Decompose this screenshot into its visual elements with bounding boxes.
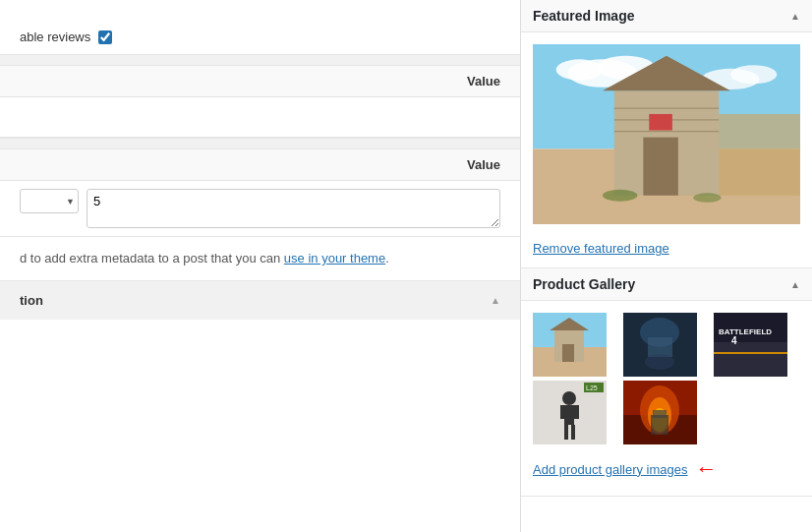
remove-featured-image-link[interactable]: Remove featured image xyxy=(533,241,669,256)
gallery-thumb-5[interactable] xyxy=(623,381,697,444)
svg-point-16 xyxy=(693,193,721,202)
bottom-section: tion ▲ xyxy=(0,280,520,320)
svg-rect-10 xyxy=(643,138,677,196)
svg-text:BATTLEFIELD: BATTLEFIELD xyxy=(719,327,772,336)
svg-point-25 xyxy=(645,354,674,370)
meta-text-after: . xyxy=(385,251,389,266)
add-gallery-row: Add product gallery images ← xyxy=(533,454,800,484)
add-product-gallery-images-link[interactable]: Add product gallery images xyxy=(533,462,688,477)
product-gallery-box: Product Gallery ▲ xyxy=(521,268,812,497)
value-textarea[interactable]: 5 xyxy=(87,189,500,228)
able-reviews-label: able reviews xyxy=(20,30,90,44)
svg-point-3 xyxy=(556,59,603,80)
svg-rect-35 xyxy=(560,405,565,419)
svg-rect-38 xyxy=(571,425,575,440)
left-panel: able reviews Value Value ▼ 5 d to add ex… xyxy=(0,0,521,532)
gallery-thumb-4[interactable]: L25 xyxy=(533,381,607,444)
svg-rect-47 xyxy=(653,410,667,418)
svg-rect-34 xyxy=(564,405,574,425)
featured-image-title: Featured Image xyxy=(533,8,634,24)
table-header-2: Value xyxy=(0,149,520,181)
svg-point-5 xyxy=(730,65,777,84)
svg-point-33 xyxy=(562,391,576,405)
svg-rect-24 xyxy=(648,337,672,357)
svg-rect-37 xyxy=(564,425,568,440)
gallery-grid: BATTLEFIELD 4 xyxy=(533,313,800,444)
featured-image-box: Featured Image ▲ xyxy=(521,0,812,268)
product-gallery-content: BATTLEFIELD 4 xyxy=(521,301,812,496)
meta-text-before: d to add extra metadata to a post that y… xyxy=(20,251,284,266)
featured-image-collapse-icon[interactable]: ▲ xyxy=(790,11,800,22)
table-body-1 xyxy=(0,97,520,137)
bottom-title: tion xyxy=(20,293,43,308)
checkbox-row: able reviews xyxy=(0,20,520,54)
bottom-collapse-arrow-icon[interactable]: ▲ xyxy=(491,295,500,306)
table-header-1: Value xyxy=(0,66,520,97)
type-select[interactable] xyxy=(20,189,79,213)
featured-image-svg xyxy=(533,44,800,224)
gallery-thumb-3[interactable]: BATTLEFIELD 4 xyxy=(714,313,787,377)
use-in-theme-link[interactable]: use in your theme xyxy=(284,251,385,266)
svg-rect-31 xyxy=(714,352,787,354)
select-wrapper: ▼ xyxy=(20,189,79,213)
product-gallery-collapse-icon[interactable]: ▲ xyxy=(790,279,800,290)
red-arrow-icon: ← xyxy=(696,458,718,480)
gallery-thumb-1[interactable] xyxy=(533,313,607,377)
svg-text:L25: L25 xyxy=(586,384,598,391)
divider1 xyxy=(0,54,520,66)
featured-image-content: Remove featured image xyxy=(521,32,812,267)
featured-image-container xyxy=(533,44,800,227)
svg-rect-14 xyxy=(649,114,672,131)
table-section-2: Value ▼ 5 xyxy=(0,149,520,237)
svg-rect-28 xyxy=(714,342,787,377)
right-panel: Featured Image ▲ xyxy=(521,0,812,532)
divider2 xyxy=(0,138,520,149)
select-value-row: ▼ 5 xyxy=(0,181,520,236)
svg-rect-21 xyxy=(562,344,574,362)
svg-text:4: 4 xyxy=(731,335,737,346)
table-section-1: Value xyxy=(0,66,520,138)
featured-image-header: Featured Image ▲ xyxy=(521,0,812,32)
product-gallery-title: Product Gallery xyxy=(533,276,635,292)
gallery-thumb-2[interactable] xyxy=(623,313,697,377)
product-gallery-header: Product Gallery ▲ xyxy=(521,268,812,301)
svg-point-15 xyxy=(603,190,637,202)
able-reviews-checkbox[interactable] xyxy=(98,30,112,44)
meta-info: d to add extra metadata to a post that y… xyxy=(0,237,520,280)
svg-rect-36 xyxy=(574,405,579,419)
value-header-1: Value xyxy=(467,74,500,89)
value-header-2: Value xyxy=(467,157,500,172)
